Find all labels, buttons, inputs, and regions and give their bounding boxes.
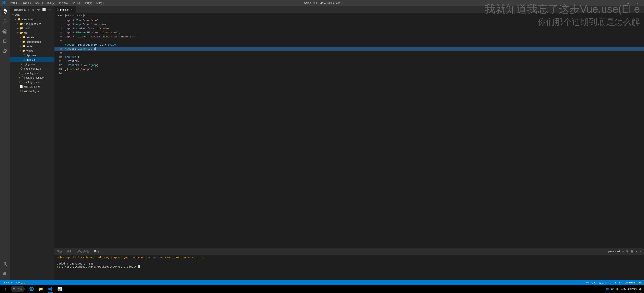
tray-battery[interactable]: 🔋 (615, 288, 619, 290)
breadcrumb-part-1[interactable]: vue-project (57, 14, 69, 17)
new-file-icon[interactable]: + (27, 8, 30, 12)
activity-git[interactable] (0, 27, 10, 36)
split-terminal-icon[interactable]: ⎘ (626, 249, 629, 253)
menu-file[interactable]: 文件(F) (9, 1, 20, 5)
breadcrumb-part-4[interactable]: ... (87, 14, 89, 17)
taskbar-search[interactable]: 🔍 搜索 (10, 286, 24, 292)
menu-terminal[interactable]: 终端(T) (82, 1, 94, 5)
tree-item-src[interactable]: ▼ 📂 src (10, 31, 54, 35)
code-line-3[interactable]: 3import router from './router' (54, 27, 644, 31)
kill-terminal-icon[interactable]: 🗑 (630, 249, 634, 253)
language-mode[interactable]: JavaScript (624, 281, 636, 284)
tree-item-main-js[interactable]: ⬡ main.js (10, 57, 54, 62)
panel-tab-terminal[interactable]: 终端 (92, 248, 102, 255)
tree-item-vue[interactable]: ▼ VUE (10, 13, 54, 17)
code-line-13[interactable]: 13}).$mount("#app") (54, 67, 644, 71)
menu-view[interactable]: 查看(V) (45, 1, 57, 5)
collapse-all-icon[interactable]: ⬜ (42, 8, 47, 12)
date[interactable]: 2024/1/1 (628, 288, 638, 290)
code-line-10[interactable]: 10new Vue({ (54, 55, 644, 59)
tree-item-node-modules[interactable]: ▶ 📁 node_modules (10, 22, 54, 26)
refresh-icon[interactable]: ⟳ (36, 8, 41, 12)
tree-item-vue-config[interactable]: ⬡ vue.config.js (10, 89, 54, 93)
breadcrumb-part-2[interactable]: src (71, 14, 74, 17)
tree-item-app-vue[interactable]: ⬡ App.vue (10, 53, 54, 57)
activity-search[interactable] (0, 17, 10, 27)
breadcrumb-part-3[interactable]: main.js (77, 14, 85, 17)
new-terminal-icon[interactable]: + (622, 249, 625, 253)
breadcrumb-sep: › (86, 14, 86, 17)
notification-icon[interactable]: 🔔 (638, 281, 642, 284)
code-line-12[interactable]: 12 render: h => h(App) (54, 63, 644, 67)
tray-network[interactable]: 🌐 (606, 288, 610, 290)
maximize-button[interactable]: ❐ (623, 0, 632, 6)
activity-bottom (0, 259, 10, 280)
code-line-7[interactable]: 7Vue.config.productionTip = false (54, 43, 644, 47)
code-line-8[interactable]: 8Vue.use(ElementUI); (54, 47, 644, 51)
close-panel-icon[interactable]: ✕ (639, 249, 642, 254)
tree-item-components[interactable]: ▶ 📁 components (10, 40, 54, 44)
menu-edit[interactable]: 编辑(E) (21, 1, 32, 5)
window-controls[interactable]: ⎯ ❐ ✕ (614, 0, 642, 6)
sidebar-header-actions[interactable]: + ⊕ ⟳ ⬜ ··· (27, 8, 52, 12)
tab-main-js[interactable]: ⬡ main.js ✕ (54, 6, 76, 13)
activity-debug[interactable] (0, 36, 10, 46)
activity-accounts[interactable] (0, 259, 10, 269)
maximize-panel-icon[interactable]: ▲ (635, 249, 638, 253)
panel-content[interactable]: web compatibility issues. Please, upgrad… (54, 255, 644, 280)
activity-explorer[interactable] (0, 7, 10, 17)
code-line-9[interactable]: 9 (54, 51, 644, 55)
tree-item-jsconfig[interactable]: { } jsconfig.json (10, 71, 54, 75)
panel-tab-debug[interactable]: 调试控制台 (74, 248, 92, 255)
encoding[interactable]: UTF-8 (609, 281, 617, 284)
window-title: main.js - vue - Visual Studio Code (304, 2, 340, 5)
start-button[interactable]: ⊞ (0, 285, 10, 293)
code-line-4[interactable]: 4import ElementUI from 'element-ui'; (54, 31, 644, 35)
menu-run[interactable]: 运行(R) (70, 1, 82, 5)
tree-item-vue-project[interactable]: ▼ 📁 vue-project (10, 17, 54, 22)
tree-item-views[interactable]: ▶ 📁 views (10, 49, 54, 53)
line-endings[interactable]: LF (618, 281, 623, 284)
tree-item-assets[interactable]: ▶ 📁 assets (10, 35, 54, 40)
tree-item-package-json[interactable]: { } package.json (10, 80, 54, 84)
line-content (64, 39, 67, 43)
code-line-1[interactable]: 1import Vue from 'vue' (54, 19, 644, 23)
notification-center[interactable]: 🔔 (638, 288, 642, 290)
code-editor[interactable]: 1import Vue from 'vue'2import App from '… (54, 18, 644, 248)
taskbar-app-powerpnt[interactable]: 📊 (55, 285, 64, 293)
tree-item-router[interactable]: ▶ 📁 router (10, 44, 54, 49)
tree-item-babel-config[interactable]: ⬡ babel.config.js (10, 66, 54, 71)
git-branch[interactable]: ⎇ master (2, 281, 14, 284)
taskbar-app-vscode[interactable] (46, 285, 55, 293)
taskbar-app-explorer[interactable]: 📁 (36, 285, 45, 293)
menu-bar[interactable]: 文件(F) 编辑(E) 选择(S) 查看(V) 转到(G) 运行(R) 终端(T… (9, 1, 106, 5)
tab-close-button[interactable]: ✕ (70, 8, 74, 12)
tree-item-gitignore[interactable]: ◈ .gitignore (10, 62, 54, 66)
tree-item-public[interactable]: ▶ 📁 public (10, 26, 54, 31)
menu-help[interactable]: 帮助(H) (94, 1, 106, 5)
indent-spaces[interactable]: 空格: 2 (598, 281, 607, 284)
taskbar-app-edge[interactable]: 🌐 (27, 285, 36, 293)
more-actions-icon[interactable]: ··· (48, 8, 52, 12)
line-content: import 'element-ui/lib/theme-chalk/index… (64, 35, 138, 39)
code-line-5[interactable]: 5import 'element-ui/lib/theme-chalk/inde… (54, 35, 644, 39)
minimize-button[interactable]: ⎯ (614, 0, 623, 6)
panel-tab-output[interactable]: 输出 (64, 248, 74, 255)
tray-volume[interactable]: 🔊 (610, 288, 614, 290)
tree-item-package-lock[interactable]: { } package-lock.json (10, 75, 54, 80)
close-button[interactable]: ✕ (633, 0, 642, 6)
new-folder-icon[interactable]: ⊕ (31, 8, 36, 12)
tree-item-readme[interactable]: 📄 README.md (10, 84, 54, 89)
panel-tab-problems[interactable]: 问题 (54, 248, 64, 255)
code-line-14[interactable]: 14 (54, 71, 644, 76)
activity-settings[interactable] (0, 269, 10, 279)
cursor-position[interactable]: 行 8, 列 20 (585, 281, 597, 284)
menu-goto[interactable]: 转到(G) (58, 1, 69, 5)
code-line-2[interactable]: 2import App from './App.vue' (54, 23, 644, 27)
code-line-11[interactable]: 11 router, (54, 59, 644, 63)
error-warning-count[interactable]: ⚠ 0 🐛 0 (15, 281, 26, 284)
activity-extensions[interactable] (0, 46, 10, 56)
clock[interactable]: 13:47 (620, 288, 627, 290)
menu-select[interactable]: 选择(S) (33, 1, 44, 5)
code-line-6[interactable]: 6 (54, 39, 644, 43)
